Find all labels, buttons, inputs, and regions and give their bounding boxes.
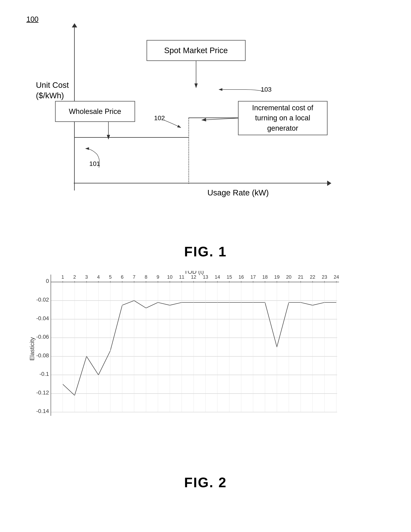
svg-text:-0.02: -0.02 [36,297,49,303]
box-wholesale-price: Wholesale Price [55,101,135,122]
svg-text:14: 14 [215,274,220,280]
svg-text:21: 21 [298,274,303,280]
svg-text:-0.12: -0.12 [36,390,49,396]
svg-text:12: 12 [191,274,196,280]
svg-text:13: 13 [203,274,208,280]
svg-text:20: 20 [286,274,291,280]
svg-text:3: 3 [85,274,88,280]
svg-text:23: 23 [322,274,327,280]
dashed-v [189,118,189,184]
svg-text:8: 8 [145,274,147,280]
x-axis-label: Usage Rate (kW) [208,188,269,197]
fig1-title: FIG. 1 [184,244,227,259]
svg-text:19: 19 [274,274,279,280]
step-h1 [74,137,189,138]
ref-101: 101 [89,160,100,167]
ref-103: 103 [261,86,272,93]
incremental-cost-text: Incremental cost ofturning on a localgen… [252,103,313,133]
svg-text:9: 9 [156,274,159,280]
svg-text:4: 4 [97,274,100,280]
fig2-container: 0 -0.02 -0.04 -0.06 -0.08 -0.1 -0.12 -0.… [25,271,387,471]
svg-text:17: 17 [250,274,256,280]
box-incremental-cost: Incremental cost ofturning on a localgen… [238,101,327,135]
svg-text:TOD (t): TOD (t) [184,271,204,275]
spot-market-price-text: Spot Market Price [164,46,228,55]
svg-text:-0.06: -0.06 [36,334,49,340]
x-axis [74,183,329,183]
y-axis-arrow [72,23,77,28]
svg-text:22: 22 [310,274,315,280]
y-axis-label: Unit Cost ($/kWh) [36,80,69,101]
label-100: 100 [27,15,38,23]
svg-text:1: 1 [61,274,64,280]
svg-rect-5 [51,275,337,408]
svg-text:-0.04: -0.04 [36,315,49,321]
svg-text:5: 5 [109,274,112,280]
svg-text:-0.1: -0.1 [39,371,49,377]
svg-text:10: 10 [167,274,172,280]
page-container: 100 Unit Cost ($/kWh) Usage Rate (kW) Sp [0,0,411,532]
fig2-chart-svg: 0 -0.02 -0.04 -0.06 -0.08 -0.1 -0.12 -0.… [25,271,348,423]
svg-text:-0.14: -0.14 [36,408,49,414]
svg-text:-0.08: -0.08 [36,352,49,359]
svg-text:0: 0 [46,278,49,284]
chart-area-fig1: Unit Cost ($/kWh) Usage Rate (kW) Spot M… [36,27,331,198]
svg-text:18: 18 [262,274,268,280]
svg-line-4 [202,118,238,120]
svg-text:7: 7 [133,274,135,280]
svg-text:16: 16 [238,274,244,280]
svg-text:2: 2 [73,274,76,280]
svg-text:6: 6 [121,274,124,280]
box-spot-market-price: Spot Market Price [146,40,246,61]
fig2-title: FIG. 2 [184,475,227,490]
wholesale-price-text: Wholesale Price [69,107,121,116]
fig1-container: 100 Unit Cost ($/kWh) Usage Rate (kW) Sp [25,15,387,240]
svg-text:24: 24 [334,274,339,280]
x-axis-arrow [327,180,331,186]
ref-102: 102 [154,114,165,122]
svg-text:15: 15 [227,274,232,280]
svg-text:Elasticity: Elasticity [29,337,35,361]
svg-text:11: 11 [179,274,184,280]
